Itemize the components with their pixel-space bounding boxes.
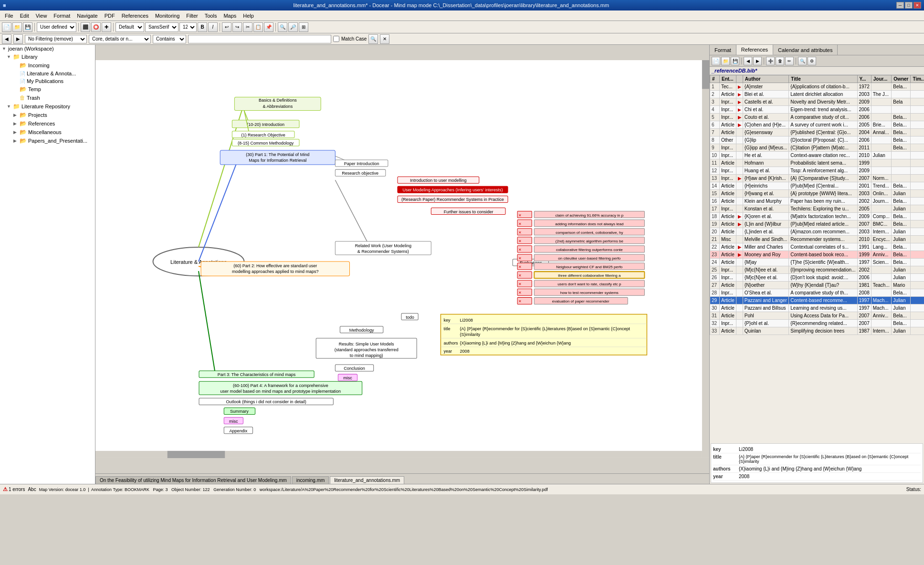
misc-item[interactable]: ▶ 📂 Miscellaneous bbox=[0, 128, 95, 136]
search-fwd-btn[interactable]: ▶ bbox=[13, 34, 23, 44]
user-defined-dropdown[interactable]: User defined bbox=[37, 22, 76, 32]
ref-del-btn[interactable]: 🗑 bbox=[776, 57, 784, 65]
table-row[interactable]: 19 Article ▶ {L}in and {W}ilbur {P}ub{M}… bbox=[710, 220, 924, 228]
table-row[interactable]: 12 Inpr... Huang et al. Tssp: A reinforc… bbox=[710, 167, 924, 175]
menu-references[interactable]: References bbox=[119, 12, 151, 20]
table-row[interactable]: 21 Misc Melville and Sindh... Recommende… bbox=[710, 236, 924, 243]
ref-save-btn[interactable]: 💾 bbox=[731, 57, 739, 65]
toolbar-btn-2[interactable]: ⭕ bbox=[91, 22, 101, 32]
minimize-button[interactable]: ─ bbox=[896, 2, 904, 9]
search-mode-dropdown[interactable]: Core, details or n... bbox=[89, 35, 151, 43]
table-row[interactable]: 10 Inpr... He et al. Context-aware citat… bbox=[710, 152, 924, 159]
projects-item[interactable]: ▶ 📂 Projects bbox=[0, 111, 95, 119]
col-journal[interactable]: Jour... bbox=[871, 75, 892, 83]
save-button[interactable]: 💾 bbox=[23, 22, 32, 32]
redo-button[interactable]: ↪ bbox=[232, 22, 242, 32]
table-row[interactable]: 11 Article Hofmann Probabilistic latent … bbox=[710, 159, 924, 167]
match-case-checkbox[interactable] bbox=[333, 36, 339, 42]
table-row[interactable]: 26 Inpr... {M}c{N}ee et al. {D}on't look… bbox=[710, 274, 924, 282]
table-row[interactable]: 9 Inpr... {G}ipp and {M}eus... {C}itatio… bbox=[710, 144, 924, 152]
col-author[interactable]: Author bbox=[743, 75, 789, 83]
literature-item[interactable]: 📄 Literature & Annota... bbox=[0, 70, 95, 77]
mindmap-area[interactable]: Literature & Annotations Basics & Defini… bbox=[95, 45, 709, 473]
ref-open-btn[interactable]: 📁 bbox=[721, 57, 730, 65]
calendar-tab[interactable]: Calendar and attributes bbox=[773, 45, 838, 55]
format-tab[interactable]: Format bbox=[710, 45, 736, 55]
search-back-btn[interactable]: ◀ bbox=[2, 34, 11, 44]
table-row[interactable]: 32 Inpr... {P}ohl et al. {R}ecommending … bbox=[710, 320, 924, 327]
workspace-item[interactable]: ▼ joeran (Workspace) bbox=[0, 45, 95, 52]
col-time[interactable]: Tim... bbox=[911, 75, 924, 83]
cut-button[interactable]: ✂ bbox=[243, 22, 252, 32]
col-icons[interactable] bbox=[736, 75, 743, 83]
menu-maps[interactable]: Maps bbox=[220, 12, 239, 20]
menu-filter[interactable]: Filter bbox=[183, 12, 200, 20]
table-row[interactable]: 28 Inpr... O'Shea et al. A comparative s… bbox=[710, 289, 924, 297]
search-input[interactable] bbox=[188, 35, 331, 43]
table-row[interactable]: 29 Article Pazzani and Langer Content-ba… bbox=[710, 297, 924, 304]
table-row[interactable]: 18 Article ▶ {K}oren et al. {M}atrix fac… bbox=[710, 213, 924, 220]
table-row[interactable]: 25 Inpr... {M}c{N}ee et al. {I}mproving … bbox=[710, 266, 924, 274]
menu-view[interactable]: View bbox=[33, 12, 50, 20]
menu-edit[interactable]: Edit bbox=[17, 12, 32, 20]
ref-edit-btn[interactable]: ✏ bbox=[785, 57, 794, 65]
table-row[interactable]: 31 Article Pohl Using Access Data for Pa… bbox=[710, 312, 924, 320]
table-row[interactable]: 30 Article Pazzani and Billsus Learning … bbox=[710, 304, 924, 312]
table-row[interactable]: 22 Article ▶ Miller and Charles Contextu… bbox=[710, 243, 924, 251]
ref-search-btn[interactable]: 🔍 bbox=[798, 57, 807, 65]
close-button[interactable]: ✕ bbox=[914, 2, 921, 9]
references-table-container[interactable]: # Ent... Author Title Y... Jour... Owner… bbox=[710, 75, 924, 442]
toolbar-btn-3[interactable]: ✚ bbox=[102, 22, 111, 32]
col-year[interactable]: Y... bbox=[857, 75, 871, 83]
table-row[interactable]: 33 Article Quinlan Simplifying decision … bbox=[710, 327, 924, 335]
toolbar-btn-1[interactable]: ⬛ bbox=[81, 22, 90, 32]
menu-file[interactable]: File bbox=[2, 12, 16, 20]
menu-navigate[interactable]: Navigate bbox=[74, 12, 100, 20]
menu-monitoring[interactable]: Monitoring bbox=[152, 12, 182, 20]
table-row[interactable]: 14 Article {H}einrichs {P}ub{M}ed {C}ent… bbox=[710, 182, 924, 190]
open-button[interactable]: 📁 bbox=[12, 22, 22, 32]
table-row[interactable]: 6 Article ▶ {C}ohen and {H}e... A survey… bbox=[710, 121, 924, 129]
menu-tools[interactable]: Tools bbox=[202, 12, 220, 20]
table-row[interactable]: 5 Inpr... ▶ Couto et al. A comparative s… bbox=[710, 114, 924, 121]
new-button[interactable]: 📄 bbox=[2, 22, 11, 32]
zoom-out-button[interactable]: 🔎 bbox=[288, 22, 298, 32]
col-title[interactable]: Title bbox=[789, 75, 857, 83]
ref-new-btn[interactable]: 📄 bbox=[712, 57, 720, 65]
table-row[interactable]: 20 Article {L}inden et al. {A}mazon.com … bbox=[710, 228, 924, 236]
menu-help[interactable]: Help bbox=[240, 12, 257, 20]
size-dropdown[interactable]: 12 bbox=[179, 22, 197, 32]
italic-button[interactable]: I bbox=[208, 22, 218, 32]
table-row[interactable]: 8 Other {G}lip {D}octoral {P}roposal: {C… bbox=[710, 136, 924, 144]
default-dropdown[interactable]: Default bbox=[116, 22, 144, 32]
fit-button[interactable]: ⊞ bbox=[299, 22, 308, 32]
table-row[interactable]: 2 Article ▶ Blei et al. Latent dirichlet… bbox=[710, 91, 924, 98]
contains-dropdown[interactable]: Contains bbox=[153, 35, 186, 43]
table-row[interactable]: 13 Inpr... ▶ {H}aw and {K}rish... {A} {C… bbox=[710, 175, 924, 182]
table-row[interactable]: 24 Article {M}ay {T}he {S}cientific {W}e… bbox=[710, 259, 924, 266]
table-row[interactable]: 4 Inpr... ▶ Chi et al. Eigen-trend: tren… bbox=[710, 106, 924, 114]
copy-button[interactable]: 📋 bbox=[253, 22, 263, 32]
ref-add-btn[interactable]: ➕ bbox=[766, 57, 775, 65]
menu-pdf[interactable]: PDF bbox=[102, 12, 118, 20]
table-row[interactable]: 1 Tec... ▶ {A}mster {A}pplications of ci… bbox=[710, 83, 924, 91]
window-controls[interactable]: ─ □ ✕ bbox=[896, 2, 921, 9]
papers-item[interactable]: ▶ 📂 Papers_and_Presentati... bbox=[0, 136, 95, 145]
references-tab[interactable]: References bbox=[736, 45, 773, 55]
filter-dropdown[interactable]: No Filtering (remove) bbox=[25, 35, 87, 43]
publications-item[interactable]: 📄 My Publications bbox=[0, 77, 95, 85]
search-execute-btn[interactable]: 🔍 bbox=[368, 34, 378, 44]
table-row[interactable]: 23 Article ▶ Mooney and Roy Content-base… bbox=[710, 251, 924, 259]
trash-item[interactable]: 🗑 Trash bbox=[0, 94, 95, 102]
col-owner[interactable]: Owner bbox=[892, 75, 911, 83]
incoming-item[interactable]: 📂 Incoming bbox=[0, 61, 95, 70]
table-row[interactable]: 17 Inpr... Konstan et al. Techilens: Exp… bbox=[710, 205, 924, 213]
font-dropdown[interactable]: SansSerif bbox=[145, 22, 178, 32]
col-num[interactable]: # bbox=[710, 75, 720, 83]
references-item[interactable]: ▶ 📂 References bbox=[0, 119, 95, 128]
lit-repo-item[interactable]: ▼ 📁 Literature Repository bbox=[0, 102, 95, 111]
tab-incoming[interactable]: incoming.mm bbox=[292, 476, 329, 484]
zoom-in-button[interactable]: 🔍 bbox=[278, 22, 287, 32]
bold-button[interactable]: B bbox=[198, 22, 207, 32]
library-item[interactable]: ▼ 📁 Library bbox=[0, 52, 95, 61]
